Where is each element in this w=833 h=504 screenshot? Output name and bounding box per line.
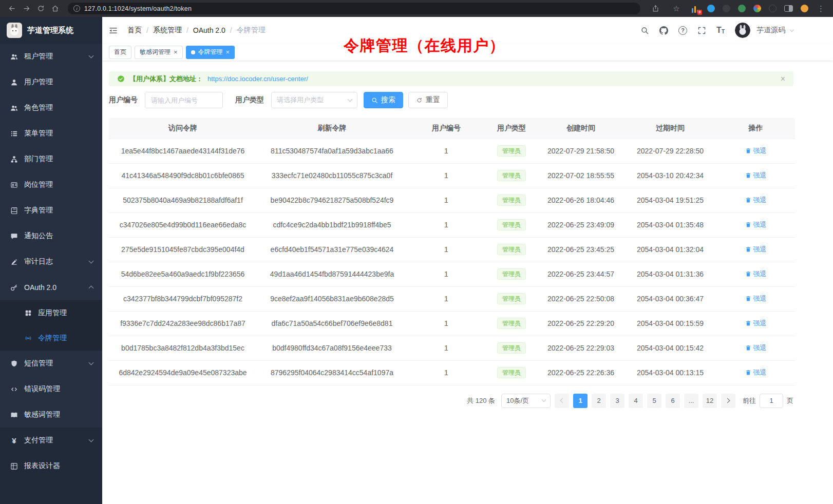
- expire-time-cell: 2054-03-04 19:51:25: [624, 188, 716, 212]
- sidebar-item-oauth[interactable]: OAuth 2.0: [0, 275, 102, 300]
- user-avatar[interactable]: [735, 23, 750, 38]
- breadcrumb-home[interactable]: 首页: [127, 26, 142, 35]
- browser-menu-icon[interactable]: ⋮: [816, 4, 826, 13]
- share-icon[interactable]: [649, 3, 662, 15]
- page-button-2[interactable]: 2: [592, 394, 606, 408]
- close-icon[interactable]: ×: [174, 49, 178, 55]
- page-button-6[interactable]: 6: [666, 394, 680, 408]
- sidebar-item-pay[interactable]: ¥支付管理: [0, 428, 102, 453]
- browser-home-button[interactable]: [48, 3, 62, 15]
- search-icon[interactable]: [640, 26, 649, 35]
- site-info-icon[interactable]: i: [73, 5, 80, 12]
- help-icon[interactable]: ?: [678, 26, 687, 35]
- refresh-token-cell: b0df4980ffd34c67a08f9156e4eee733: [257, 336, 407, 360]
- force-logout-button[interactable]: 强退: [745, 294, 767, 303]
- sidebar-item-oauth-token[interactable]: 令牌管理: [0, 325, 102, 351]
- user-id-cell: 1: [407, 311, 485, 336]
- tab-home[interactable]: 首页: [109, 46, 131, 59]
- extension-green-icon[interactable]: [738, 5, 746, 12]
- user-type-cell: 管理员: [485, 188, 538, 212]
- close-icon[interactable]: ×: [781, 75, 785, 83]
- search-button[interactable]: 搜索: [364, 92, 403, 108]
- sidebar-item-audit-log[interactable]: 审计日志: [0, 249, 102, 275]
- force-logout-label: 强退: [753, 294, 767, 303]
- fullscreen-icon[interactable]: [697, 26, 706, 35]
- user-id-input[interactable]: [145, 92, 223, 108]
- action-cell: 强退: [716, 311, 795, 336]
- force-logout-button[interactable]: 强退: [745, 343, 767, 353]
- sidebar-item-dict[interactable]: 字典管理: [0, 198, 102, 223]
- extension-paw-icon[interactable]: [769, 5, 777, 12]
- sidebar-item-tenant[interactable]: 租户管理: [0, 44, 102, 69]
- close-icon[interactable]: ×: [226, 49, 230, 55]
- token-signal-icon: [25, 335, 32, 342]
- user-type-select[interactable]: 请选择用户类型: [271, 92, 357, 108]
- force-logout-button[interactable]: 强退: [745, 196, 767, 205]
- create-time-cell: 2022-06-25 22:50:08: [538, 286, 624, 311]
- sidebar-item-dept[interactable]: 部门管理: [0, 146, 102, 172]
- address-bar[interactable]: i 127.0.0.1:1024/system/oauth2/token: [68, 3, 640, 14]
- browser-forward-button[interactable]: [20, 3, 33, 15]
- page-size-select[interactable]: 10条/页: [501, 394, 551, 408]
- force-logout-button[interactable]: 强退: [745, 245, 767, 254]
- breadcrumb-oauth[interactable]: OAuth 2.0: [193, 26, 225, 34]
- page-button-5[interactable]: 5: [647, 394, 661, 408]
- action-cell: 强退: [716, 212, 795, 237]
- sidebar-toggle-icon[interactable]: [784, 5, 793, 12]
- more-pages-button[interactable]: ...: [684, 394, 698, 408]
- user-id-cell: 1: [407, 262, 485, 286]
- breadcrumb-separator: /: [186, 26, 188, 34]
- sidebar-item-label: 通知公告: [24, 231, 53, 241]
- prev-page-button[interactable]: [555, 394, 569, 408]
- extension-blue-icon[interactable]: [707, 5, 715, 12]
- tab-token[interactable]: 令牌管理×: [186, 46, 235, 59]
- github-icon[interactable]: [659, 26, 668, 35]
- refresh-token-cell: 9ce8ef2aa9f14056b831ae9b608e28d5: [257, 286, 407, 311]
- font-size-icon[interactable]: TT: [716, 26, 725, 34]
- force-logout-button[interactable]: 强退: [745, 220, 767, 229]
- user-id-cell: 1: [407, 336, 485, 360]
- sidebar-item-post[interactable]: 岗位管理: [0, 172, 102, 198]
- sidebar-item-oauth-app[interactable]: 应用管理: [0, 300, 102, 325]
- next-page-button[interactable]: [721, 394, 735, 408]
- page-button-12[interactable]: 12: [703, 394, 717, 408]
- menu-fold-icon[interactable]: [108, 26, 118, 35]
- reset-button[interactable]: 重置: [408, 92, 448, 108]
- table-row: 6d842e2924594de9a09e45e087323abe 8796295…: [109, 360, 795, 385]
- sidebar-item-menu[interactable]: 菜单管理: [0, 121, 102, 146]
- sidebar-item-label: 错误码管理: [24, 384, 60, 394]
- force-logout-button[interactable]: 强退: [745, 319, 767, 328]
- extension-dark-icon[interactable]: [723, 5, 730, 12]
- profile-avatar-icon[interactable]: [801, 5, 808, 12]
- url-text: 127.0.0.1:1024/system/oauth2/token: [84, 5, 192, 12]
- doc-link[interactable]: https://doc.iocoder.cn/user-center/: [207, 75, 308, 83]
- tab-sensitive-word[interactable]: 敏感词管理×: [135, 46, 183, 59]
- sidebar-item-report-designer[interactable]: 报表设计器: [0, 453, 102, 479]
- sidebar-item-notice[interactable]: 通知公告: [0, 223, 102, 249]
- page-button-1[interactable]: 1: [573, 394, 588, 408]
- table-row: f9336e7c7dd242a283ee98dc86b17a87 dfa6c71…: [109, 311, 795, 336]
- sidebar-item-user[interactable]: 用户管理: [0, 69, 102, 95]
- breadcrumb-system[interactable]: 系统管理: [153, 26, 182, 35]
- browser-back-button[interactable]: [5, 3, 18, 15]
- force-logout-button[interactable]: 强退: [745, 269, 767, 279]
- sidebar-item-role[interactable]: 角色管理: [0, 95, 102, 121]
- id-card-icon: [10, 181, 18, 189]
- sidebar-item-sms[interactable]: 短信管理: [0, 351, 102, 376]
- user-type-cell: 管理员: [485, 212, 538, 237]
- page-button-4[interactable]: 4: [629, 394, 643, 408]
- force-logout-button[interactable]: 强退: [745, 146, 767, 156]
- force-logout-button[interactable]: 强退: [745, 368, 767, 377]
- sidebar-item-sensitive-word[interactable]: 敏感词管理: [0, 402, 102, 428]
- force-logout-button[interactable]: 强退: [745, 171, 767, 180]
- sidebar-item-error-code[interactable]: 错误码管理: [0, 376, 102, 402]
- user-name[interactable]: 芋道源码: [756, 26, 785, 35]
- goto-page-input[interactable]: [760, 394, 783, 408]
- extension-bars-icon[interactable]: 0: [691, 5, 699, 13]
- extension-pinwheel-icon[interactable]: [753, 5, 761, 12]
- access-token-cell: c342377bf8b344799dcbf7bf095287f2: [109, 286, 257, 311]
- page-button-3[interactable]: 3: [610, 394, 624, 408]
- bookmark-star-icon[interactable]: ☆: [670, 3, 683, 15]
- column-header-create-time: 创建时间: [538, 118, 624, 139]
- browser-reload-button[interactable]: [34, 3, 47, 15]
